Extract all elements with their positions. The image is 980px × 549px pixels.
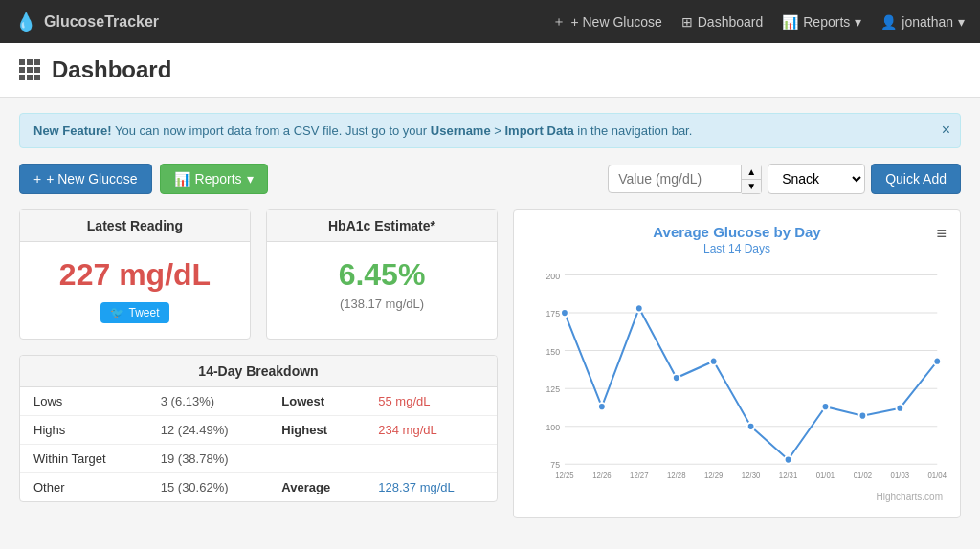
- latest-reading-card: Latest Reading 227 mg/dL 🐦 Tweet: [19, 209, 251, 340]
- main-content: New Feature! You can now import data fro…: [0, 98, 980, 534]
- hba1c-header: HbA1c Estimate*: [267, 210, 497, 242]
- svg-point-32: [896, 405, 903, 412]
- svg-text:01/03: 01/03: [891, 472, 910, 480]
- svg-text:12/31: 12/31: [779, 472, 798, 480]
- dashboard-grid-icon: [19, 59, 40, 80]
- svg-point-27: [710, 358, 718, 365]
- breakdown-right-label: Lowest: [268, 387, 365, 416]
- spin-down[interactable]: ▼: [742, 180, 761, 193]
- navbar-right: ＋ + New Glucose ⊞ Dashboard 📊 Reports ▾ …: [552, 13, 965, 31]
- chart-container: 7510012515017520012/2512/2612/2712/2812/…: [527, 265, 947, 504]
- hba1c-value: 6.45%: [282, 257, 481, 293]
- breakdown-right-value: 234 mg/dL: [365, 416, 497, 445]
- svg-text:01/04: 01/04: [928, 472, 947, 480]
- table-row: Within Target 19 (38.78%): [20, 445, 497, 473]
- chart-menu-button[interactable]: ≡: [936, 224, 947, 244]
- breakdown-label: Highs: [20, 416, 147, 445]
- svg-text:01/02: 01/02: [854, 472, 873, 480]
- reports-dropdown-caret: ▾: [247, 171, 254, 187]
- page-header: Dashboard: [0, 43, 980, 98]
- alert-text: You can now import data from a CSV file.…: [115, 123, 431, 138]
- breakdown-right-label: [268, 445, 365, 473]
- breakdown-right-label: Average: [268, 473, 365, 502]
- user-icon: 👤: [880, 14, 897, 30]
- alert-close-button[interactable]: ×: [942, 121, 950, 139]
- plus-icon: ＋: [552, 13, 566, 31]
- chart-subtitle: Last 14 Days: [527, 242, 947, 255]
- chart-title: Average Glucose by Day: [527, 224, 947, 240]
- breakdown-header: 14-Day Breakdown: [20, 356, 497, 387]
- hba1c-body: 6.45% (138.17 mg/dL): [267, 242, 497, 326]
- dashboard-grid: Latest Reading 227 mg/dL 🐦 Tweet HbA1c E…: [19, 209, 961, 518]
- svg-point-31: [859, 412, 867, 420]
- svg-point-28: [747, 423, 755, 430]
- breakdown-value: 12 (24.49%): [147, 416, 269, 445]
- hba1c-mg: (138.17 mg/dL): [282, 296, 481, 311]
- reports-caret: ▾: [855, 14, 861, 30]
- highcharts-credit: Highcharts.com: [877, 492, 943, 502]
- breakdown-table: Lows 3 (6.13%) Lowest 55 mg/dL Highs 12 …: [20, 387, 497, 501]
- latest-reading-header: Latest Reading: [20, 210, 250, 242]
- alert-bold: New Feature!: [33, 123, 112, 138]
- svg-text:175: 175: [546, 309, 560, 318]
- svg-text:12/30: 12/30: [742, 472, 761, 480]
- user-caret: ▾: [958, 14, 965, 30]
- svg-text:150: 150: [546, 346, 560, 356]
- meal-select[interactable]: Snack Breakfast Lunch Dinner Bedtime: [768, 164, 865, 194]
- new-glucose-button[interactable]: + + New Glucose: [19, 164, 152, 194]
- nav-dashboard[interactable]: ⊞ Dashboard: [681, 14, 764, 30]
- nav-user[interactable]: 👤 jonathan ▾: [880, 14, 965, 30]
- spin-buttons: ▲ ▼: [742, 165, 762, 194]
- action-bar: + + New Glucose 📊 Reports ▾ ▲ ▼ Snack Br…: [19, 164, 961, 194]
- svg-text:12/26: 12/26: [592, 472, 612, 480]
- svg-text:200: 200: [546, 271, 560, 280]
- breakdown-label: Lows: [20, 387, 147, 416]
- brand: 💧 GlucoseTracker: [15, 11, 159, 33]
- action-bar-left: + + New Glucose 📊 Reports ▾: [19, 164, 268, 194]
- chart-card: ≡ Average Glucose by Day Last 14 Days 75…: [513, 209, 961, 518]
- quick-add-button[interactable]: Quick Add: [871, 164, 961, 194]
- breakdown-value: 19 (38.78%): [147, 445, 269, 473]
- reports-button[interactable]: 📊 Reports ▾: [160, 164, 268, 194]
- breakdown-card: 14-Day Breakdown Lows 3 (6.13%) Lowest 5…: [19, 355, 498, 502]
- svg-point-29: [785, 455, 792, 463]
- svg-text:12/29: 12/29: [704, 472, 724, 480]
- latest-reading-body: 227 mg/dL 🐦 Tweet: [20, 242, 250, 339]
- svg-point-25: [635, 304, 643, 312]
- alert-link-username[interactable]: Username: [431, 123, 491, 138]
- breakdown-value: 3 (6.13%): [147, 387, 269, 416]
- hba1c-card: HbA1c Estimate* 6.45% (138.17 mg/dL): [266, 209, 498, 340]
- svg-point-30: [822, 403, 830, 410]
- breakdown-label: Other: [20, 473, 147, 502]
- tweet-button[interactable]: 🐦 Tweet: [100, 302, 168, 323]
- bar-chart-icon: 📊: [782, 14, 798, 30]
- alert-separator: >: [494, 123, 504, 138]
- svg-text:12/25: 12/25: [555, 472, 574, 480]
- action-bar-right: ▲ ▼ Snack Breakfast Lunch Dinner Bedtime…: [608, 164, 961, 194]
- glucose-value-input[interactable]: [608, 165, 742, 193]
- table-row: Highs 12 (24.49%) Highest 234 mg/dL: [20, 416, 497, 445]
- breakdown-label: Within Target: [20, 445, 147, 473]
- alert-banner: New Feature! You can now import data fro…: [19, 113, 961, 148]
- alert-suffix: in the navigation bar.: [577, 123, 692, 138]
- nav-new-glucose[interactable]: ＋ + New Glucose: [552, 13, 661, 31]
- spin-up[interactable]: ▲: [742, 165, 761, 180]
- breakdown-value: 15 (30.62%): [147, 473, 269, 502]
- nav-reports[interactable]: 📊 Reports ▾: [782, 14, 861, 30]
- breakdown-right-value: 55 mg/dL: [365, 387, 497, 416]
- value-input-group: ▲ ▼: [608, 165, 762, 194]
- svg-point-24: [598, 403, 606, 410]
- svg-text:75: 75: [550, 460, 560, 470]
- navbar: 💧 GlucoseTracker ＋ + New Glucose ⊞ Dashb…: [0, 0, 980, 43]
- top-cards: Latest Reading 227 mg/dL 🐦 Tweet HbA1c E…: [19, 209, 498, 340]
- svg-text:12/27: 12/27: [630, 472, 649, 480]
- table-row: Lows 3 (6.13%) Lowest 55 mg/dL: [20, 387, 497, 416]
- svg-point-26: [673, 374, 680, 382]
- svg-text:125: 125: [546, 384, 560, 394]
- svg-text:100: 100: [546, 423, 560, 432]
- breakdown-right-value: [365, 445, 497, 473]
- alert-link-import[interactable]: Import Data: [505, 123, 574, 138]
- svg-point-33: [933, 358, 941, 365]
- brand-name: GlucoseTracker: [44, 13, 159, 31]
- svg-text:12/28: 12/28: [667, 472, 686, 480]
